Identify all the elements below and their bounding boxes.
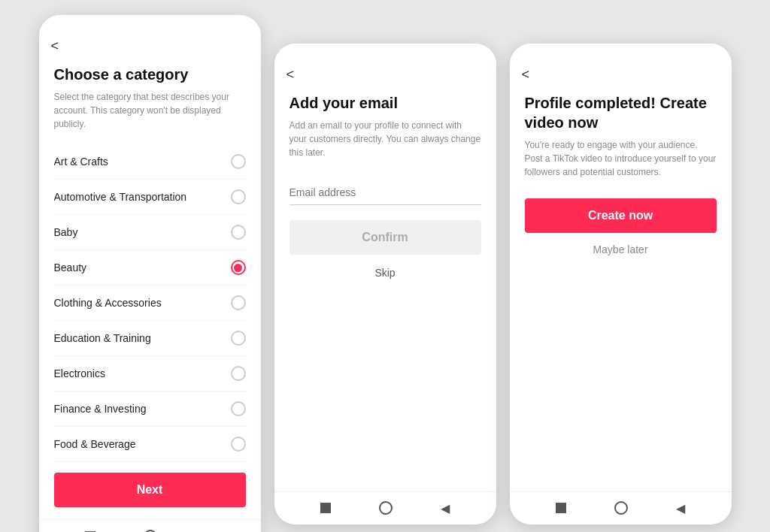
category-item-electronics[interactable]: Electronics [54, 356, 246, 391]
screen3-subtitle: You're ready to engage with your audienc… [525, 138, 717, 179]
radio-clothing[interactable] [231, 295, 246, 310]
nav-bar-3: < [510, 62, 732, 84]
confirm-button[interactable]: Confirm [290, 220, 481, 255]
home-icon-2 [320, 503, 331, 513]
status-bar-1 [39, 15, 261, 33]
next-button[interactable]: Next [54, 473, 246, 507]
category-item-education[interactable]: Education & Training [54, 321, 246, 356]
category-item-food[interactable]: Food & Beverage [54, 427, 246, 462]
phone-frame-1: < Choose a category Select the category … [39, 15, 261, 532]
screen2-title: Add your email [290, 93, 481, 113]
back-icon-1: ◀ [205, 529, 214, 532]
skip-button[interactable]: Skip [374, 267, 395, 279]
category-label-finance: Finance & Investing [54, 403, 147, 415]
circle-icon-3 [614, 501, 628, 515]
circle-icon-1 [144, 530, 157, 533]
category-label-food: Food & Beverage [54, 438, 136, 450]
phone-frame-3: < Profile completed! Create video now Yo… [510, 44, 732, 524]
category-label-auto: Automotive & Transportation [54, 191, 187, 203]
screen3-title: Profile completed! Create video now [525, 93, 717, 132]
category-item-beauty[interactable]: Beauty [54, 250, 246, 286]
back-button-3[interactable]: < [522, 68, 530, 81]
screen2-body: Add your email Add an email to your prof… [274, 84, 496, 491]
category-label-baby: Baby [54, 226, 78, 238]
back-button-2[interactable]: < [286, 68, 295, 81]
email-input-area [290, 180, 481, 205]
category-label-clothing: Clothing & Accessories [54, 297, 162, 309]
status-bar-3 [510, 44, 732, 62]
email-input[interactable] [290, 180, 481, 205]
category-label-art: Art & Crafts [54, 156, 108, 168]
home-icon-3 [556, 503, 566, 513]
bottom-nav-3: ◀ [510, 491, 732, 524]
category-label-education: Education & Training [54, 332, 151, 344]
maybe-later-button[interactable]: Maybe later [593, 243, 647, 255]
radio-beauty[interactable] [231, 260, 246, 275]
category-item-clothing[interactable]: Clothing & Accessories [54, 286, 246, 321]
status-bar-2 [274, 44, 496, 62]
radio-auto[interactable] [231, 189, 246, 204]
category-list: Art & Crafts Automotive & Transportation… [54, 144, 246, 462]
back-icon-2: ◀ [441, 501, 450, 515]
bottom-nav-2: ◀ [274, 491, 496, 524]
bottom-nav-1: ◀ [39, 519, 261, 532]
nav-bar-2: < [274, 62, 496, 84]
phone-frame-2: < Add your email Add an email to your pr… [274, 44, 496, 524]
radio-art[interactable] [231, 154, 246, 169]
category-label-beauty: Beauty [54, 261, 87, 274]
screen3-body: Profile completed! Create video now You'… [510, 84, 732, 491]
category-item-finance[interactable]: Finance & Investing [54, 391, 246, 427]
create-now-button[interactable]: Create now [525, 198, 717, 233]
category-item-auto[interactable]: Automotive & Transportation [54, 180, 246, 215]
screen1-body: Choose a category Select the category th… [39, 56, 261, 519]
screen1-subtitle: Select the category that best describes … [54, 90, 246, 131]
radio-food[interactable] [231, 437, 246, 452]
category-item-baby[interactable]: Baby [54, 215, 246, 250]
back-button-1[interactable]: < [51, 39, 59, 53]
radio-finance[interactable] [231, 401, 246, 416]
radio-baby[interactable] [231, 225, 246, 240]
circle-icon-2 [379, 501, 393, 515]
nav-bar-1: < [39, 33, 261, 56]
radio-education[interactable] [231, 331, 246, 346]
category-label-electronics: Electronics [54, 367, 105, 379]
radio-electronics[interactable] [231, 366, 246, 381]
back-icon-3: ◀ [676, 501, 685, 515]
screen1-title: Choose a category [54, 65, 246, 84]
category-item-art[interactable]: Art & Crafts [54, 144, 246, 180]
screen2-subtitle: Add an email to your profile to connect … [290, 119, 481, 159]
